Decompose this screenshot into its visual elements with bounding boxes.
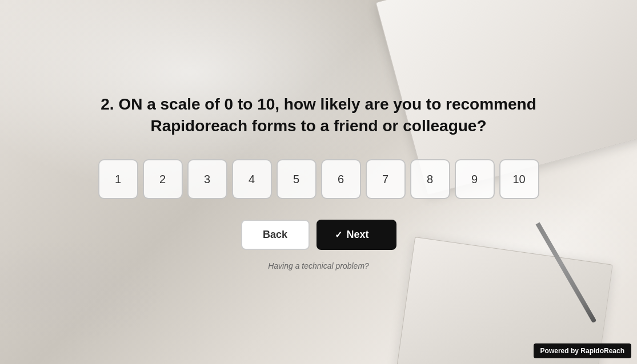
scale-option-3[interactable]: 3 bbox=[187, 159, 227, 199]
action-buttons: Back ✓ Next bbox=[241, 220, 396, 250]
scale-option-10[interactable]: 10 bbox=[499, 159, 539, 199]
scale-option-1[interactable]: 1 bbox=[98, 159, 138, 199]
scale-option-9[interactable]: 9 bbox=[455, 159, 495, 199]
scale-option-6[interactable]: 6 bbox=[321, 159, 361, 199]
back-button[interactable]: Back bbox=[241, 220, 310, 250]
scale-option-8[interactable]: 8 bbox=[410, 159, 450, 199]
content-area: 2. ON a scale of 0 to 10, how likely are… bbox=[0, 0, 637, 364]
checkmark-icon: ✓ bbox=[335, 229, 342, 240]
powered-by-badge: Powered by RapidoReach bbox=[534, 343, 631, 358]
question-text: 2. ON a scale of 0 to 10, how likely are… bbox=[96, 94, 542, 137]
powered-by-text: Powered by bbox=[540, 347, 579, 355]
technical-problem-link[interactable]: Having a technical problem? bbox=[268, 261, 369, 270]
brand-name: RapidoReach bbox=[580, 347, 624, 355]
scale-option-4[interactable]: 4 bbox=[232, 159, 272, 199]
next-button[interactable]: ✓ Next bbox=[317, 220, 396, 250]
next-button-label: Next bbox=[347, 229, 369, 241]
scale-option-7[interactable]: 7 bbox=[366, 159, 406, 199]
scale-option-5[interactable]: 5 bbox=[277, 159, 317, 199]
scale-buttons-group: 12345678910 bbox=[98, 159, 539, 199]
scale-option-2[interactable]: 2 bbox=[143, 159, 183, 199]
